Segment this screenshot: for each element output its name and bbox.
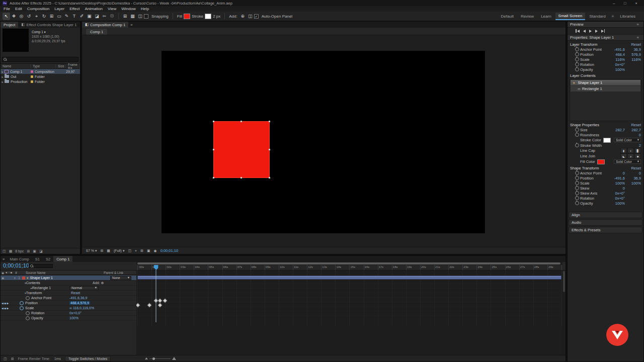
property-row-roundness[interactable]: Roundness 0 [568,132,643,137]
menu-item[interactable]: Animation [85,7,103,11]
stopwatch-icon[interactable] [575,181,579,185]
keyframe-diamond[interactable] [158,299,162,302]
property-value[interactable]: 0 [606,171,625,175]
resolution-dropdown[interactable]: (Full)▾ [114,249,124,252]
pan-tool-icon[interactable]: ⌖ [33,13,40,20]
magnification-dropdown[interactable]: 67 %▾ [86,249,97,252]
grid-guides-icon[interactable]: ⊞ [100,249,103,252]
timeline-rotation-row[interactable]: Rotation 0x+0,0° [1,311,136,316]
join-bevel-button[interactable]: ◆ [634,153,641,159]
project-search-input[interactable] [2,57,78,62]
stopwatch-icon[interactable] [575,47,579,51]
zoom-out-icon[interactable] [145,357,148,359]
camera-tool-icon[interactable]: ⊞ [48,13,55,20]
property-row[interactable]: Position -491,6 36,9 [568,175,643,180]
property-row[interactable]: Scale 100% 100% [568,180,643,186]
add-shape-icon[interactable]: ⊕ [239,13,247,20]
draft-3d-icon[interactable]: ⊞ [11,357,14,360]
stopwatch-icon[interactable] [20,301,24,305]
stopwatch-icon[interactable] [575,128,579,132]
collapsed-panel-header[interactable]: Align [569,212,642,218]
maximize-button[interactable]: □ [624,1,626,6]
parent-link-dropdown[interactable]: None▾ [110,276,131,280]
project-row-out[interactable]: ▸ Out Folder [1,74,80,79]
twirl-icon[interactable]: ▾ [13,277,17,280]
reset-button[interactable]: Reset [631,123,641,127]
scale-value[interactable]: ∞ 116,0,116,0% [69,306,94,310]
timeline-layer-row[interactable]: ◉ ▾ 1 ★ Shape Layer 1 None▾ [1,276,136,281]
eye-icon[interactable]: ◉ [2,276,4,280]
fill-type-dropdown[interactable]: Solid Color ▾ [614,159,641,164]
handle-w[interactable] [213,149,214,150]
stopwatch-icon[interactable] [575,176,579,180]
shape-layer-rectangle[interactable] [213,121,270,178]
timeline-anchor-row[interactable]: Anchor Point -491,6,36,9 [1,296,136,301]
new-comp-icon[interactable]: ▣ [33,249,36,253]
cap-butt-button[interactable]: ▮ [620,148,627,153]
add-panel-icon[interactable]: ◫ [247,13,254,20]
property-value[interactable]: 0x+0° [606,196,625,201]
tab-main-comp[interactable]: Main Comp [7,256,32,262]
timeline-timecode[interactable]: 0;00;01;10 [3,262,29,268]
layer-duration-bar[interactable] [137,276,561,280]
stroke-type-dropdown[interactable]: Solid Color ▾ [614,138,641,142]
menu-item[interactable]: Help [141,7,149,11]
property-row[interactable]: Anchor Point 0 0 [568,170,643,175]
property-row[interactable]: Rotation 0x+0° [568,196,643,201]
handle-ne[interactable] [269,121,270,122]
guides-icon[interactable]: ◫ [136,13,144,20]
handle-se[interactable] [269,177,270,178]
type-tool-icon[interactable]: T [70,13,78,20]
timeline-contents-row[interactable]: ▾Contents Add:⊕ [1,281,136,286]
twirl-icon[interactable]: ▸ [1,75,5,78]
workspace-review[interactable]: Review [518,13,537,20]
collapsed-panel-header[interactable]: Effects & Presets [569,227,642,233]
zoom-tool-icon[interactable]: ◎ [18,13,25,20]
preview-comp-name[interactable]: Comp 1 ▾ [32,30,65,34]
menu-item[interactable]: View [108,7,116,11]
align-icon[interactable]: ⊞ [121,13,129,20]
workspace-menu-icon[interactable]: ≡ [610,14,616,19]
label-chip[interactable] [31,70,33,73]
roi-icon[interactable]: ◫ [128,249,131,252]
menu-item[interactable]: Effect [69,7,79,11]
stroke-color-swatch[interactable] [603,138,611,143]
handle-s[interactable] [240,177,242,178]
property-value[interactable]: 116% [606,57,625,62]
keyframe-diamond[interactable] [158,303,162,307]
timeline-position-row[interactable]: ◀ ◆ ▶ Position 468,4,576,9 [1,301,136,306]
label-chip[interactable] [31,75,33,78]
fill-color-swatch[interactable] [597,159,605,164]
stroke-swatch[interactable] [205,14,211,19]
go-to-end-button[interactable] [601,29,605,33]
snapshot-icon[interactable]: ▣ [147,249,150,252]
property-value[interactable]: 0x+0° [606,62,625,67]
contents-item-rectangle[interactable]: ▭ Rectangle 1 [571,86,640,92]
tab-comp1[interactable]: Comp 1 [53,256,72,262]
proxy-icon[interactable]: ▦ [9,249,13,253]
handle-nw[interactable] [213,121,214,122]
keyframe-diamond[interactable] [163,299,167,302]
twirl-icon[interactable]: ▸ [1,80,5,83]
property-row[interactable]: Anchor Point -491,6 36,9 [568,47,643,52]
panel-menu-icon[interactable]: ≡ [128,22,134,28]
contents-item-shape-layer[interactable]: ★ Shape Layer 1 [571,80,640,85]
handle-n[interactable] [240,121,242,122]
handle-sw[interactable] [213,177,214,178]
stroke-label[interactable]: Stroke [192,14,203,19]
stopwatch-icon[interactable] [575,201,579,205]
property-value[interactable]: 100% [606,181,625,186]
property-row[interactable]: Opacity 100% [568,201,643,206]
go-to-start-button[interactable] [576,29,580,33]
property-value[interactable]: 36,9 [625,47,641,52]
tab-s1[interactable]: S1 [32,256,43,262]
channels-icon[interactable]: ◉ [154,249,157,252]
property-value[interactable]: 0 [625,171,641,175]
eraser-tool-icon[interactable]: ◪ [93,13,101,20]
timeline-scale-row[interactable]: ◀ ◆ ▶ Scale ∞ 116,0,116,0% [1,306,136,311]
snapping-checkbox[interactable] [144,14,148,19]
property-value[interactable]: -491,6 [606,47,625,52]
project-row-comp[interactable]: ▸ Comp 1 Composition 29,97 [1,69,80,74]
rotobrush-tool-icon[interactable]: ✂ [101,13,108,20]
menu-item[interactable]: Edit [15,7,22,11]
